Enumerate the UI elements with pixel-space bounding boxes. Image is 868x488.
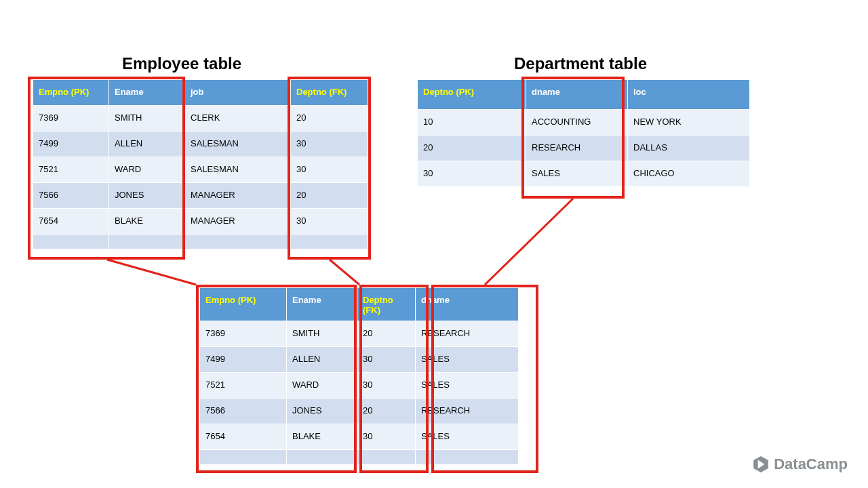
table-cell: NEW YORK [628,110,750,136]
table-cell [33,235,109,249]
table-cell: ALLEN [287,347,357,373]
table-cell: CLERK [185,106,291,131]
table-row: 20RESEARCHDALLAS [418,136,750,161]
table-cell: 7369 [33,106,109,131]
table-cell: SALESMAN [185,157,291,183]
table-cell: CHICAGO [628,161,750,187]
table-cell: ALLEN [109,131,185,157]
table-row [33,235,368,249]
table-cell: RESEARCH [416,321,519,347]
table-cell: 20 [357,321,416,347]
table-cell: SALES [416,424,519,450]
column-header: loc [628,80,750,110]
table-cell: MANAGER [185,209,291,235]
table-cell: 30 [357,424,416,450]
svg-line-1 [330,260,359,285]
department-table: Deptno (PK)dnameloc10ACCOUNTINGNEW YORK2… [417,79,750,187]
table-cell [416,450,519,465]
table-cell: RESEARCH [526,136,628,161]
table-cell: 20 [291,106,368,131]
table-cell: ACCOUNTING [526,110,628,136]
column-header: Deptno (FK) [357,288,416,321]
table-cell: SALES [526,161,628,187]
table-row: 7654BLAKE30SALES [200,424,519,450]
table-cell: SMITH [287,321,357,347]
datacamp-logo-text: DataCamp [774,455,848,473]
table-cell: 7566 [33,183,109,209]
table-cell: 7499 [33,131,109,157]
table-cell [185,235,291,249]
table-cell: SALESMAN [185,131,291,157]
svg-line-2 [485,199,573,285]
joined-table: Empno (PK)EnameDeptno (FK)dname7369SMITH… [199,287,519,465]
table-cell: SALES [416,347,519,373]
table-cell: 20 [418,136,526,161]
svg-line-0 [107,260,196,285]
column-header: dname [416,288,519,321]
table-row: 7369SMITH20RESEARCH [200,321,519,347]
table-cell: 30 [291,131,368,157]
column-header: dname [526,80,628,110]
table-row: 7566JONES20RESEARCH [200,399,519,424]
table-row: 7499ALLENSALESMAN30 [33,131,368,157]
employee-title: Employee table [122,54,241,73]
table-cell [287,450,357,465]
table-row: 7499ALLEN30SALES [200,347,519,373]
table-cell [109,235,185,249]
table-cell: MANAGER [185,183,291,209]
table-row: 30SALESCHICAGO [418,161,750,187]
table-cell: 30 [291,209,368,235]
table-cell: 30 [357,347,416,373]
table-cell: 30 [418,161,526,187]
table-cell [291,235,368,249]
column-header: Ename [287,288,357,321]
datacamp-logo: DataCamp [752,455,848,473]
table-cell [357,450,416,465]
table-cell: BLAKE [109,209,185,235]
table-cell: JONES [109,183,185,209]
table-cell: BLAKE [287,424,357,450]
table-cell: 7654 [33,209,109,235]
table-row: 7654BLAKEMANAGER30 [33,209,368,235]
table-cell: DALLAS [628,136,750,161]
table-cell: 7566 [200,399,287,424]
table-row [200,450,519,465]
column-header: Deptno (PK) [418,80,526,110]
table-row: 7521WARDSALESMAN30 [33,157,368,183]
table-cell: 7521 [200,373,287,399]
table-cell: 20 [357,399,416,424]
table-cell: 30 [291,157,368,183]
datacamp-icon [752,455,770,473]
table-cell: WARD [109,157,185,183]
table-cell: 20 [291,183,368,209]
table-cell: 7654 [200,424,287,450]
table-cell: SALES [416,373,519,399]
table-row: 7521WARD30SALES [200,373,519,399]
department-title: Department table [514,54,647,73]
table-row: 10ACCOUNTINGNEW YORK [418,110,750,136]
table-cell: RESEARCH [416,399,519,424]
table-row: 7369SMITHCLERK20 [33,106,368,131]
table-row: 7566JONESMANAGER20 [33,183,368,209]
table-cell: 7369 [200,321,287,347]
table-cell: WARD [287,373,357,399]
column-header: Empno (PK) [33,80,109,106]
table-cell: 7521 [33,157,109,183]
table-cell: 7499 [200,347,287,373]
table-cell: 30 [357,373,416,399]
employee-table: Empno (PK)EnamejobDeptno (FK)7369SMITHCL… [33,79,368,249]
column-header: Empno (PK) [200,288,287,321]
table-cell: JONES [287,399,357,424]
table-cell: SMITH [109,106,185,131]
column-header: Deptno (FK) [291,80,368,106]
column-header: Ename [109,80,185,106]
column-header: job [185,80,291,106]
table-cell: 10 [418,110,526,136]
table-cell [200,450,287,465]
